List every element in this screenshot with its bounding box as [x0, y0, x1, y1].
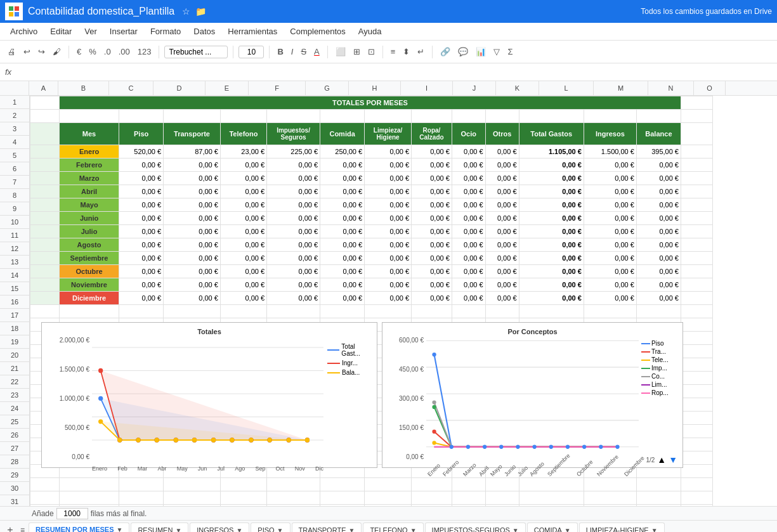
val-ropa-1[interactable]: 0,00 € [412, 145, 452, 159]
cell-O3[interactable] [681, 123, 713, 145]
month-julio[interactable]: Julio [60, 225, 119, 238]
link-btn[interactable]: 🔗 [438, 46, 453, 58]
star-icon[interactable]: ☆ [182, 6, 190, 16]
header-ocio[interactable]: Ocio [452, 123, 485, 145]
header-transporte[interactable]: Transporte [164, 123, 221, 145]
row-25[interactable]: 25 [0, 415, 29, 429]
val-imp-1[interactable]: 225,00 € [267, 145, 320, 159]
row-1[interactable]: 1 [0, 96, 29, 109]
cell-J2[interactable] [452, 110, 485, 123]
row-6[interactable]: 6 [0, 162, 29, 176]
valign-btn[interactable]: ⬍ [400, 46, 412, 58]
add-rows-input[interactable] [56, 508, 88, 519]
cell-title[interactable]: TOTALES POR MESES [60, 96, 681, 110]
row-2[interactable]: 2 [0, 109, 29, 122]
header-comida[interactable]: Comida [320, 123, 365, 145]
val-otros-1[interactable]: 0,00 € [485, 145, 519, 159]
currency-btn[interactable]: € [74, 46, 84, 58]
wrap-btn[interactable]: ↵ [415, 46, 427, 58]
menu-archivo[interactable]: Archivo [5, 25, 42, 37]
header-impuestos[interactable]: Impuestos/Seguros [267, 123, 320, 145]
italic-btn[interactable]: I [289, 46, 296, 58]
cell-A2[interactable] [30, 110, 60, 123]
comment-btn[interactable]: 💬 [455, 46, 471, 58]
menu-ver[interactable]: Ver [79, 25, 102, 37]
menu-formato[interactable]: Formato [145, 25, 186, 37]
cell-O2[interactable] [681, 110, 713, 123]
format123-btn[interactable]: 123 [135, 46, 154, 58]
row-10[interactable]: 10 [0, 216, 29, 229]
header-total[interactable]: Total Gastos [519, 123, 584, 145]
val-com-1[interactable]: 250,00 € [320, 145, 365, 159]
cell-M2[interactable] [584, 110, 636, 123]
val-bal-1[interactable]: 395,00 € [636, 145, 681, 159]
col-M[interactable]: M [594, 81, 648, 95]
cell-D2[interactable] [164, 110, 221, 123]
cell-C2[interactable] [119, 110, 164, 123]
col-G[interactable]: G [306, 81, 349, 95]
cell-L2[interactable] [519, 110, 584, 123]
func-btn[interactable]: Σ [505, 46, 515, 58]
cell-A3[interactable] [30, 123, 60, 145]
header-piso[interactable]: Piso [119, 123, 164, 145]
header-otros[interactable]: Otros [485, 123, 519, 145]
tab-ingresos[interactable]: INGRESOS ▼ [190, 522, 249, 533]
row-15[interactable]: 15 [0, 282, 29, 295]
border-btn[interactable]: ⊞ [351, 46, 363, 58]
tab-telefono[interactable]: TELEFONO ▼ [363, 522, 423, 533]
header-ropa[interactable]: Ropa/Calzado [412, 123, 452, 145]
val-tel-1[interactable]: 23,00 € [220, 145, 266, 159]
row-26[interactable]: 26 [0, 429, 29, 442]
merge-btn[interactable]: ⊡ [365, 46, 377, 58]
cell-O4[interactable] [681, 145, 713, 159]
month-junio[interactable]: Junio [60, 212, 119, 225]
month-agosto[interactable]: Agosto [60, 238, 119, 252]
header-mes[interactable]: Mes [60, 123, 119, 145]
row-18[interactable]: 18 [0, 322, 29, 335]
val-ing-1[interactable]: 1.500,00 € [584, 145, 636, 159]
row-11[interactable]: 11 [0, 229, 29, 242]
cell-H2[interactable] [365, 110, 412, 123]
tab-comida[interactable]: COMIDA ▼ [527, 522, 578, 533]
row-23[interactable]: 23 [0, 389, 29, 402]
cell-A4[interactable] [30, 145, 60, 159]
row-8[interactable]: 8 [0, 189, 29, 202]
col-H[interactable]: H [349, 81, 401, 95]
month-febrero[interactable]: Febrero [60, 159, 119, 172]
menu-herramientas[interactable]: Herramientas [223, 25, 282, 37]
tab-piso[interactable]: PISO ▼ [251, 522, 290, 533]
paint-btn[interactable]: 🖌 [50, 46, 63, 58]
col-B[interactable]: B [58, 81, 109, 95]
chart-conceptos[interactable]: Por Conceptos 600,00 € 450,00 € 300,00 €… [382, 322, 683, 468]
cell-A5[interactable] [30, 159, 60, 172]
color-btn[interactable]: A [311, 46, 322, 58]
menu-datos[interactable]: Datos [188, 25, 220, 37]
decimal2-btn[interactable]: .00 [116, 46, 133, 58]
month-diciembre[interactable]: Diciembre [60, 292, 119, 305]
row-31[interactable]: 31 [0, 495, 29, 506]
prev-page-icon[interactable]: ▲ [657, 455, 666, 465]
cell-I2[interactable] [412, 110, 452, 123]
tab-transporte[interactable]: TRANSPORTE ▼ [292, 522, 362, 533]
font-size[interactable] [238, 46, 264, 58]
col-E[interactable]: E [206, 81, 249, 95]
cell-N2[interactable] [636, 110, 681, 123]
row-5[interactable]: 5 [0, 149, 29, 162]
header-limpieza[interactable]: Limpieza/Higiene [365, 123, 412, 145]
col-K[interactable]: K [496, 81, 539, 95]
chart-btn[interactable]: 📊 [473, 46, 488, 58]
add-sheet-button[interactable]: + [3, 522, 18, 533]
row-20[interactable]: 20 [0, 349, 29, 362]
row-9[interactable]: 9 [0, 202, 29, 216]
cell-O1[interactable] [681, 96, 713, 110]
row-22[interactable]: 22 [0, 375, 29, 389]
undo-btn[interactable]: ↩ [21, 46, 33, 58]
header-telefono[interactable]: Telefono [220, 123, 266, 145]
align-btn[interactable]: ≡ [388, 46, 398, 58]
month-enero[interactable]: Enero [60, 145, 119, 159]
tab-resumen[interactable]: RESUMEN ▼ [131, 522, 188, 533]
chart-totales[interactable]: Totales 2.000,00 € 1.500,00 € 1.000,00 €… [41, 322, 377, 468]
row-29[interactable]: 29 [0, 469, 29, 482]
row-28[interactable]: 28 [0, 455, 29, 469]
decimal1-btn[interactable]: .0 [101, 46, 114, 58]
